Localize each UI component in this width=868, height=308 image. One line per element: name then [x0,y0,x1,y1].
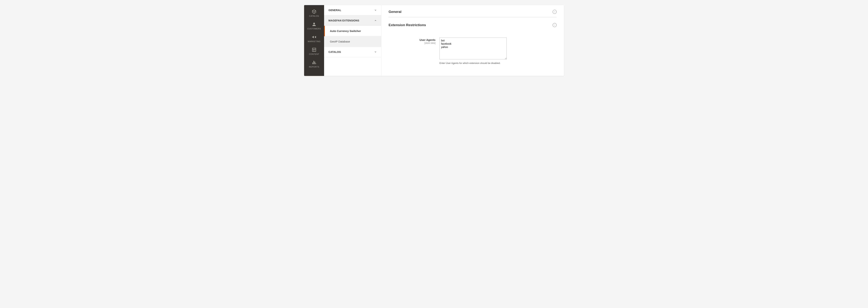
tree-item-geoip-database[interactable]: GeoIP Database [324,36,381,47]
nav-catalog[interactable]: CATALOG [304,7,324,20]
field-input-wrap: Enter User Agents for which extension sh… [439,38,507,64]
nav-reports[interactable]: REPORTS [304,58,324,70]
admin-sidebar: CATALOG CUSTOMERS MARKETING CONTENT REPO… [304,5,324,76]
nav-content[interactable]: CONTENT [304,45,324,58]
chevron-up-icon [374,19,377,22]
collapse-toggle[interactable] [553,10,557,14]
tree-item-label: Auto Currency Switcher [330,29,361,32]
nav-label: CUSTOMERS [307,28,321,30]
section-general[interactable]: General [389,9,557,17]
nav-customers[interactable]: CUSTOMERS [304,20,324,32]
layout-icon [312,47,317,52]
user-agents-textarea[interactable] [439,38,507,59]
field-note: Enter User Agents for which extension sh… [439,62,503,64]
chevron-up-icon [554,24,556,26]
tree-section-label: MAGEFAN EXTENSIONS [329,19,359,22]
config-tree: GENERAL MAGEFAN EXTENSIONS Auto Currency… [324,5,381,76]
chevron-down-icon [554,11,556,13]
person-icon [312,22,317,27]
chevron-down-icon [374,9,377,11]
tree-item-auto-currency-switcher[interactable]: Auto Currency Switcher [324,26,381,36]
section-title: Extension Restrictions [389,23,426,27]
chevron-down-icon [374,51,377,53]
tree-section-magefan[interactable]: MAGEFAN EXTENSIONS [324,16,381,26]
chart-icon [312,60,317,65]
field-scope: [store view] [389,42,435,44]
tree-section-label: CATALOG [329,51,341,53]
section-title: General [389,10,401,14]
section-extension-restrictions[interactable]: Extension Restrictions [389,21,557,30]
admin-panel: CATALOG CUSTOMERS MARKETING CONTENT REPO… [304,5,564,76]
tree-item-label: GeoIP Database [330,40,350,43]
cube-icon [312,9,317,14]
config-content: General Extension Restrictions User Agen… [381,5,564,76]
nav-label: REPORTS [309,66,319,68]
field-user-agents: User Agents [store view] Enter User Agen… [389,38,557,64]
nav-marketing[interactable]: MARKETING [304,32,324,45]
tree-section-catalog[interactable]: CATALOG [324,47,381,57]
megaphone-icon [312,34,317,39]
nav-label: MARKETING [308,40,320,42]
tree-section-general[interactable]: GENERAL [324,5,381,16]
field-label: User Agents [420,38,435,41]
tree-section-label: GENERAL [329,9,341,11]
nav-label: CONTENT [309,53,319,55]
field-label-wrap: User Agents [store view] [389,38,439,44]
collapse-toggle[interactable] [553,23,557,27]
nav-label: CATALOG [309,15,319,17]
